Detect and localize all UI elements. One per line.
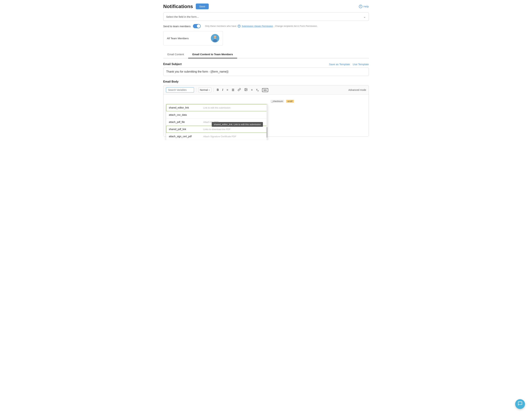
advanced-mode-link[interactable]: Advanced mode bbox=[348, 88, 366, 91]
variable-item-attach-csv[interactable]: attach_csv_data bbox=[166, 111, 268, 119]
tab-email-content-team[interactable]: Email Content to Team Members bbox=[188, 51, 237, 58]
variable-item-shared-editor-link[interactable]: shared_editor_link Link to edit this sub… bbox=[166, 104, 268, 111]
checksum-token: _checksum bbox=[271, 100, 284, 103]
unordered-list-button[interactable]: ☰ bbox=[231, 88, 235, 92]
tabs-container: Email Content Email Content to Team Memb… bbox=[163, 51, 369, 58]
team-members-box: All Team Members bbox=[163, 31, 223, 45]
email-editor: Normal ↕ B I ≡ ☰ ≡ bbox=[163, 85, 369, 137]
variable-item-attach-pdf[interactable]: attach_pdf_file Attach the PDF bbox=[166, 119, 268, 126]
variable-item-shared-pdf-link[interactable]: shared_pdf_link Links to download the PD… bbox=[166, 126, 268, 133]
field-select[interactable]: Select the field in the form... ⌄ bbox=[163, 12, 369, 21]
image-button[interactable] bbox=[243, 87, 249, 93]
email-body-label: Email Body bbox=[163, 80, 369, 83]
team-members-label: All Team Members bbox=[167, 37, 189, 40]
toggle-knob bbox=[197, 24, 200, 28]
send-to-team-row: Send to team members Only these members … bbox=[163, 24, 369, 28]
send-label: Send to team members bbox=[163, 25, 191, 28]
clear-format-button[interactable]: Tx bbox=[255, 87, 260, 92]
email-subject-input[interactable] bbox=[163, 67, 369, 76]
send-toggle[interactable] bbox=[193, 24, 201, 28]
avatar-svg bbox=[211, 34, 219, 42]
btn-button[interactable]: btn bbox=[261, 88, 269, 92]
avatar bbox=[211, 34, 219, 42]
save-button[interactable]: Save bbox=[196, 3, 209, 9]
editor-toolbar: Normal ↕ B I ≡ ☰ ≡ bbox=[164, 85, 369, 95]
select-placeholder: Select the field in the form... bbox=[166, 15, 199, 18]
editor-body[interactable]: shared_editor_link: Link to edit this su… bbox=[164, 95, 369, 137]
use-template-link[interactable]: Use Template bbox=[353, 63, 369, 66]
variable-item-sign-cert-checksum[interactable]: sign_cert_checksum Certificate SHA256 ch… bbox=[166, 140, 268, 140]
bold-button[interactable]: B bbox=[216, 88, 220, 92]
format-select[interactable]: Normal ↕ bbox=[198, 87, 211, 92]
link-button[interactable] bbox=[237, 87, 242, 93]
align-button[interactable]: ≡ bbox=[250, 88, 254, 92]
svg-point-7 bbox=[245, 89, 246, 89]
chevron-down-icon: ⌄ bbox=[363, 15, 366, 19]
email-subject-row: Email Subject Save as Template Use Templ… bbox=[163, 63, 369, 66]
help-label: Help bbox=[363, 5, 369, 8]
scrollbar-thumb bbox=[266, 127, 268, 138]
variable-item-attach-sign-cert[interactable]: attach_sign_cert_pdf Attach Signature Ce… bbox=[166, 133, 268, 140]
page-header: Notifications Save ? Help bbox=[163, 3, 369, 9]
dropdown-scrollbar[interactable] bbox=[266, 104, 268, 140]
chevron-down-icon: ↕ bbox=[209, 88, 210, 91]
link-icon bbox=[238, 88, 241, 91]
permission-info-icon: ? bbox=[238, 25, 241, 28]
tab-email-content[interactable]: Email Content bbox=[163, 51, 188, 58]
permission-text: Only these members who have ? Submission… bbox=[205, 25, 318, 28]
template-links: Save as Template Use Template bbox=[329, 63, 369, 66]
italic-button[interactable]: I bbox=[221, 88, 224, 92]
save-as-template-link[interactable]: Save as Template bbox=[329, 63, 350, 66]
svg-point-5 bbox=[213, 39, 217, 42]
toolbar-divider-2 bbox=[213, 88, 214, 92]
email-subject-label: Email Subject bbox=[163, 63, 182, 66]
page-title: Notifications bbox=[163, 4, 193, 9]
search-variables-input[interactable] bbox=[166, 87, 194, 93]
help-link[interactable]: ? Help bbox=[359, 5, 369, 8]
submission-viewer-permission-link[interactable]: Submission Viewer Permission bbox=[242, 25, 273, 27]
ordered-list-button[interactable]: ≡ bbox=[226, 88, 229, 92]
header-left: Notifications Save bbox=[163, 3, 209, 9]
image-icon bbox=[244, 88, 248, 91]
endif-token: endif bbox=[286, 100, 294, 103]
variables-dropdown: shared_editor_link: Link to edit this su… bbox=[166, 104, 268, 140]
help-icon: ? bbox=[359, 5, 362, 8]
